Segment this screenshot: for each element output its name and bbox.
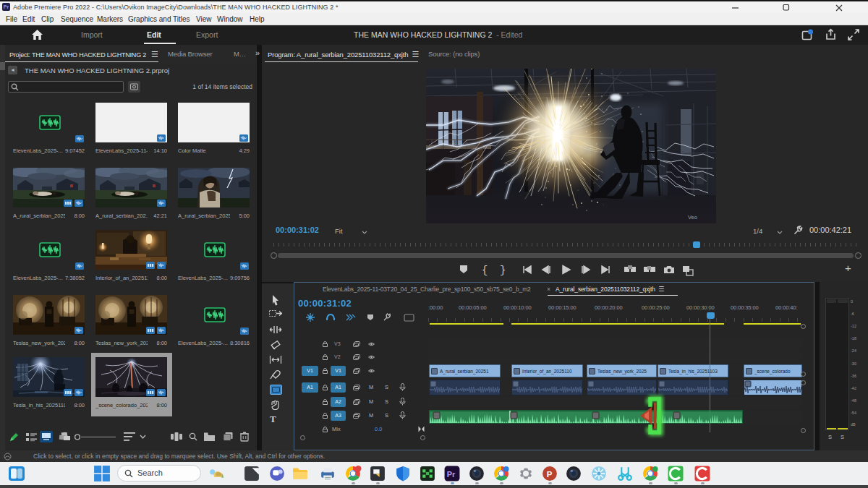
svg-text:Pr: Pr bbox=[447, 470, 456, 479]
svg-text:P: P bbox=[547, 470, 553, 479]
svg-text:{: { bbox=[482, 265, 488, 276]
svg-text:}: } bbox=[500, 265, 506, 276]
svg-text:Veo: Veo bbox=[688, 214, 697, 221]
